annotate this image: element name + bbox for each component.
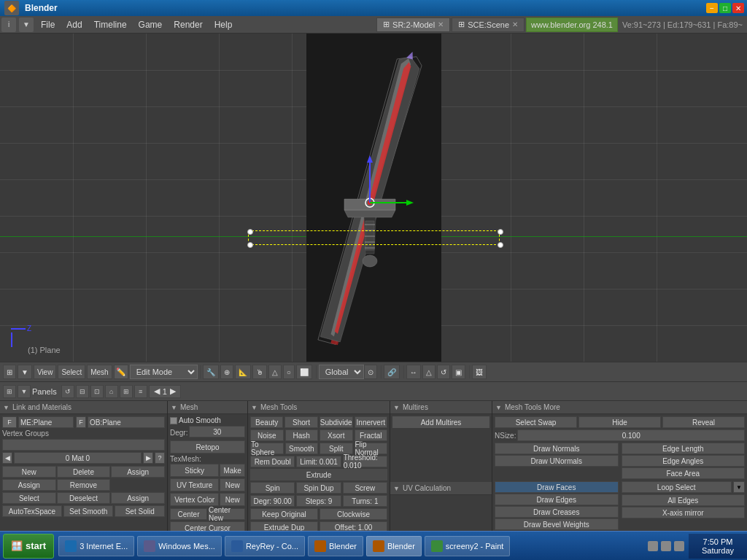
weight-info-btn[interactable]: ? [155,452,165,464]
face-area-btn[interactable]: Face Area [622,467,746,479]
steps-field[interactable]: Steps: 9 [296,495,341,507]
start-button[interactable]: 🪟 start [3,534,54,559]
subdivide-btn[interactable]: Subdivide [320,416,353,428]
select-btn[interactable]: Select [2,492,56,504]
tool-btn-7[interactable]: ⬜ [296,365,312,379]
threshold-field[interactable]: Threshold: 0.010 [343,456,387,467]
to-sphere-btn[interactable]: To Sphere [250,443,284,454]
page-next[interactable]: ▶ [170,386,176,396]
tool-btn-4[interactable]: 🖱 [252,365,267,379]
keep-original-btn[interactable]: Keep Original [250,508,318,520]
taskbar-item-msn[interactable]: Windows Mes... [137,536,222,556]
short-btn[interactable]: Short [285,416,317,428]
uv-texture-btn[interactable]: UV Texture [170,478,219,491]
arrow-btn[interactable]: ▼ [18,365,32,379]
select-swap-btn[interactable]: Select Swap [495,416,577,428]
tab-model[interactable]: ⊞ SR:2-Model ✕ [376,18,450,32]
tool-btn-5[interactable]: △ [268,365,282,379]
menu-render[interactable]: Render [168,18,208,31]
taskbar-item-paint[interactable]: screeny2 - Paint [425,536,510,556]
draw-unormals-btn[interactable]: Draw UNormals [495,455,619,467]
mode-selector[interactable]: Edit Mode Object Mode [130,365,198,379]
sticky-btn[interactable]: Sticky [170,464,219,477]
split-btn[interactable]: Split [320,443,353,454]
remove-btn[interactable]: Remove [57,479,111,491]
panel-grid-btn[interactable]: ⊞ [120,385,133,398]
flip-normal-btn[interactable]: Flip Normal [355,443,388,454]
panel-list-btn[interactable]: ≡ [134,385,147,398]
menu-game[interactable]: Game [133,18,169,31]
tool-btn-6[interactable]: ○ [283,365,295,379]
panel-refresh-btn[interactable]: ↺ [61,385,74,398]
center-new-btn[interactable]: Center New [208,508,245,520]
mirror-btn[interactable]: ▣ [452,365,465,379]
me-value[interactable]: ME:Plane [18,416,74,428]
rot-btn[interactable]: ↺ [437,365,450,379]
prop-btn[interactable]: ↔ [406,365,421,379]
auto-smooth-checkbox[interactable] [170,417,177,424]
deselect-btn[interactable]: Deselect [57,492,111,504]
vertex-color-btn[interactable]: Vertex Color [170,493,219,506]
view-menu[interactable]: View [34,365,57,379]
turns-field[interactable]: Turns: 1 [343,495,387,507]
edge-length-btn[interactable]: Edge Length [622,443,746,454]
render-btn[interactable]: 🖼 [472,365,487,379]
weight-right-btn[interactable]: ▶ [143,452,153,464]
deg-field[interactable]: Degr: 90.00 [250,495,295,507]
tab-model-close[interactable]: ✕ [438,20,444,28]
menu-file[interactable]: File [35,18,61,31]
delete-btn[interactable]: Delete [57,466,111,478]
add-multires-btn[interactable]: Add Multires [392,416,489,428]
x-axis-mirror-btn[interactable]: X-axis mirror [622,507,746,518]
new-btn[interactable]: New [2,466,56,478]
autotex-btn[interactable]: AutoTexSpace [2,505,62,517]
smooth-btn[interactable]: Smooth [285,443,319,454]
xsort-btn[interactable]: Xsort [320,429,353,441]
mesh-menu[interactable]: Mesh [87,365,112,379]
tab-scene[interactable]: ⊞ SCE:Scene ✕ [452,18,525,32]
menu-add[interactable]: Add [61,18,88,31]
viewport[interactable]: Z (1) Plane [0,34,747,362]
hash-btn[interactable]: Hash [285,429,319,441]
screw-btn[interactable]: Screw [343,482,387,494]
panel-arrow-btn[interactable]: ▼ [18,385,31,398]
reveal-btn[interactable]: Reveal [662,416,745,428]
panel-home-btn[interactable]: ⌂ [105,385,118,398]
edge-angles-btn[interactable]: Edge Angles [622,455,746,467]
view-mode-icon[interactable]: ⊞ [3,365,16,379]
hide-btn[interactable]: Hide [578,416,661,428]
rem-doubl-btn[interactable]: Rem Doubl [250,456,295,467]
panel-fwd-btn[interactable]: ⊡ [90,385,104,398]
tool-btn-2[interactable]: ⊕ [220,365,233,379]
assign-3-btn[interactable]: Assign [111,492,165,504]
fractal-btn[interactable]: Fractal [355,429,388,441]
tool-btn-1[interactable]: 🔧 [203,365,219,379]
loop-select-btn[interactable]: Loop Select [622,481,732,493]
set-solid-btn[interactable]: Set Solid [115,505,165,517]
spin-dup-btn[interactable]: Spin Dup [296,482,341,494]
draw-normals-btn[interactable]: Draw Normals [495,443,619,454]
pivot-btn[interactable]: ⊙ [364,365,377,379]
ob-value[interactable]: OB:Plane [88,416,165,428]
new2-btn[interactable]: New [220,493,245,506]
website-link[interactable]: www.blender.org 248.1 [526,18,618,32]
transform-selector[interactable]: Global Local [319,365,364,379]
taskbar-item-word[interactable]: ReyRey - Co... [225,536,305,556]
clockwise-btn[interactable]: Clockwise [320,508,387,520]
assign-2-btn[interactable]: Assign [2,479,56,491]
page-nav[interactable]: ◀ 1 ▶ [149,385,181,398]
draw-faces-btn[interactable]: Draw Faces [495,481,619,493]
menu-help[interactable]: Help [209,18,239,31]
spin-btn[interactable]: Spin [250,482,295,494]
innervert-btn[interactable]: Innervert [355,416,387,428]
draw-edges-btn[interactable]: Draw Edges [495,494,619,505]
taskbar-item-blender1[interactable]: Blender [308,536,363,556]
panel-back-btn[interactable]: ⊟ [76,385,89,398]
beauty-btn[interactable]: Beauty [250,416,283,428]
deg-value[interactable]: 30 [189,426,245,438]
maximize-button[interactable]: □ [719,3,731,13]
tab-scene-close[interactable]: ✕ [512,20,518,28]
loop-select-dropdown[interactable]: ▼ [733,481,745,493]
tool-btn-3[interactable]: 📐 [235,365,251,379]
center-btn[interactable]: Center [170,508,207,520]
